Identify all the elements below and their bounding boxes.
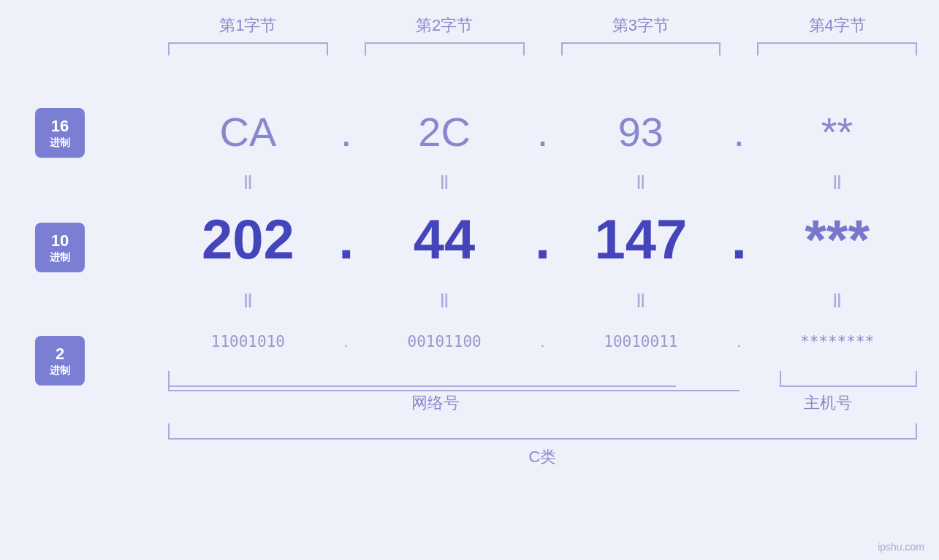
network-bracket-body [168, 371, 572, 387]
bin-badge-unit: 进制 [50, 364, 70, 377]
bin-byte-2: 00101100 [365, 333, 525, 350]
dec-dot-2: . [525, 207, 561, 271]
bracket-top-4 [757, 42, 917, 55]
bin-value-1: 11001010 [211, 333, 285, 350]
host-label-text: 主机号 [804, 394, 852, 412]
host-bracket-sep [743, 371, 780, 387]
col-header-3-label: 第3字节 [612, 16, 669, 34]
hex-byte-3: 93 [561, 108, 721, 156]
hex-byte-4: ** [757, 108, 917, 156]
dec-dot-1: . [328, 207, 365, 271]
hex-badge: 16 进制 [35, 108, 85, 158]
hex-byte-1: CA [168, 108, 328, 156]
network-label: 网络号 [168, 392, 702, 414]
dec-byte-1: 202 [168, 207, 328, 271]
eq1-1-sym: || [244, 173, 252, 189]
dec-dot-3: . [721, 207, 757, 271]
eq2-2-sym: || [441, 291, 449, 307]
gap [676, 371, 743, 387]
host-bracket-body [780, 371, 917, 387]
bin-badge: 2 进制 [35, 336, 85, 386]
hex-value-1: CA [219, 109, 276, 155]
main-container: 第1字节 第2字节 第3字节 第4字节 16 进制 CA . [0, 0, 939, 560]
hex-dot-2: . [525, 108, 561, 156]
network-label-text: 网络号 [411, 394, 460, 412]
bin-byte-1: 11001010 [168, 333, 328, 350]
hex-dot-3-symbol: . [733, 109, 745, 155]
bracket-top-3 [561, 42, 721, 55]
hex-value-4: ** [821, 109, 854, 155]
bin-byte-3: 10010011 [561, 333, 721, 350]
hex-badge-unit: 进制 [50, 137, 70, 149]
bin-badge-num: 2 [56, 345, 64, 364]
eq2-1: || [168, 291, 328, 308]
eq2-1-sym: || [244, 291, 252, 307]
host-label: 主机号 [739, 392, 917, 414]
dec-value-2: 44 [414, 208, 476, 270]
bin-dot-1: . [328, 333, 365, 350]
eq1-3-sym: || [636, 173, 645, 189]
network-bracket-half [609, 371, 676, 387]
bin-dot-2-symbol: . [541, 333, 545, 350]
col-header-2: 第2字节 [365, 15, 525, 37]
eq2-3: || [561, 291, 721, 308]
eq1-2: || [365, 173, 525, 190]
class-label: C类 [168, 446, 917, 468]
hex-dot-1-symbol: . [341, 109, 352, 155]
hex-byte-2: 2C [365, 108, 525, 156]
network-bracket-sep1 [572, 371, 609, 387]
watermark: ipshu.com [878, 541, 924, 553]
hex-value-2: 2C [418, 109, 471, 155]
col-header-1: 第1字节 [168, 15, 328, 37]
dec-value-1: 202 [202, 208, 294, 270]
hex-value-3: 93 [618, 109, 664, 155]
eq1-4-sym: || [833, 173, 841, 189]
col-header-2-label: 第2字节 [416, 16, 473, 34]
bracket-top-2 [365, 42, 525, 55]
dec-badge-num: 10 [51, 231, 69, 250]
bin-dot-3: . [721, 333, 757, 350]
class-bracket [168, 423, 917, 440]
hex-badge-num: 16 [51, 117, 69, 136]
dec-badge: 10 进制 [35, 223, 85, 272]
eq1-3: || [561, 173, 721, 190]
dec-byte-3: 147 [561, 207, 721, 271]
eq2-4-sym: || [833, 291, 841, 307]
hex-dot-2-symbol: . [537, 109, 549, 155]
bin-dot-3-symbol: . [737, 333, 741, 350]
dec-dot-3-symbol: . [731, 208, 747, 270]
dec-byte-4: *** [757, 207, 917, 271]
hex-dot-3: . [721, 108, 757, 156]
eq2-4: || [757, 291, 917, 308]
eq1-2-sym: || [441, 173, 449, 189]
class-label-text: C类 [529, 448, 557, 466]
eq1-4: || [757, 173, 917, 190]
bin-value-3: 10010011 [604, 333, 677, 350]
bin-value-2: 00101100 [408, 333, 482, 350]
bracket-top-1 [168, 42, 328, 55]
dec-byte-2: 44 [365, 207, 525, 271]
dec-value-3: 147 [594, 208, 687, 270]
col-header-3: 第3字节 [561, 15, 721, 37]
col-header-4: 第4字节 [757, 15, 917, 37]
bin-byte-4: ******** [757, 333, 917, 350]
eq2-3-sym: || [636, 291, 645, 307]
bin-dot-2: . [525, 333, 561, 350]
dec-value-4: *** [805, 208, 870, 270]
hex-dot-1: . [328, 108, 365, 156]
eq1-1: || [168, 173, 328, 190]
dec-dot-2-symbol: . [535, 208, 550, 270]
watermark-text: ipshu.com [878, 541, 924, 553]
col-header-4-label: 第4字节 [809, 16, 866, 34]
bin-value-4: ******** [800, 333, 874, 350]
col-header-1-label: 第1字节 [219, 16, 276, 34]
bin-dot-1-symbol: . [344, 333, 349, 350]
dec-badge-unit: 进制 [50, 251, 70, 264]
eq2-2: || [365, 291, 525, 308]
dec-dot-1-symbol: . [338, 208, 354, 270]
